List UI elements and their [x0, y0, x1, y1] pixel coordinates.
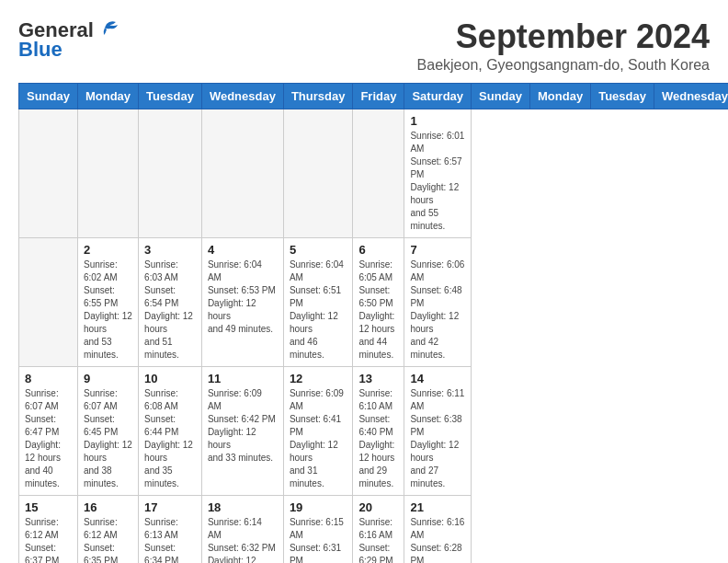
- header-friday: Friday: [353, 83, 404, 109]
- calendar-week-2: 8Sunrise: 6:07 AM Sunset: 6:47 PM Daylig…: [19, 366, 729, 495]
- calendar-cell-16: 16Sunrise: 6:12 AM Sunset: 6:35 PM Dayli…: [77, 495, 138, 563]
- header-monday: Monday: [530, 83, 591, 109]
- calendar-cell-5: 5Sunrise: 6:04 AM Sunset: 6:51 PM Daylig…: [283, 237, 353, 366]
- header-tuesday: Tuesday: [591, 83, 654, 109]
- calendar-cell-14: 14Sunrise: 6:11 AM Sunset: 6:38 PM Dayli…: [404, 366, 472, 495]
- calendar-cell-empty: [353, 109, 404, 237]
- calendar-cell-11: 11Sunrise: 6:09 AM Sunset: 6:42 PM Dayli…: [201, 366, 283, 495]
- header-sunday: Sunday: [472, 83, 530, 109]
- calendar-cell-18: 18Sunrise: 6:14 AM Sunset: 6:32 PM Dayli…: [201, 495, 283, 563]
- calendar-cell-12: 12Sunrise: 6:09 AM Sunset: 6:41 PM Dayli…: [283, 366, 353, 495]
- calendar-cell-1: 1Sunrise: 6:01 AM Sunset: 6:57 PM Daylig…: [404, 109, 472, 237]
- calendar-week-0: 1Sunrise: 6:01 AM Sunset: 6:57 PM Daylig…: [19, 109, 729, 237]
- logo-bird-icon: [94, 20, 119, 40]
- calendar-cell-empty: [201, 109, 283, 237]
- calendar-header-row: SundayMondayTuesdayWednesdayThursdayFrid…: [19, 83, 729, 109]
- location-title: Baekjeon, Gyeongsangnam-do, South Korea: [417, 57, 710, 74]
- logo: General Blue: [18, 18, 119, 60]
- calendar-week-3: 15Sunrise: 6:12 AM Sunset: 6:37 PM Dayli…: [19, 495, 729, 563]
- calendar-cell-7: 7Sunrise: 6:06 AM Sunset: 6:48 PM Daylig…: [404, 237, 472, 366]
- calendar-cell-empty: [139, 109, 202, 237]
- calendar-cell-9: 9Sunrise: 6:07 AM Sunset: 6:45 PM Daylig…: [77, 366, 138, 495]
- page-header: General Blue September 2024 Baekjeon, Gy…: [18, 18, 710, 74]
- calendar-table: SundayMondayTuesdayWednesdayThursdayFrid…: [18, 83, 728, 563]
- title-section: September 2024 Baekjeon, Gyeongsangnam-d…: [417, 18, 710, 74]
- calendar-cell-20: 20Sunrise: 6:16 AM Sunset: 6:29 PM Dayli…: [353, 495, 404, 563]
- header-monday: Monday: [77, 83, 138, 109]
- calendar-cell-17: 17Sunrise: 6:13 AM Sunset: 6:34 PM Dayli…: [139, 495, 202, 563]
- calendar-cell-empty: [283, 109, 353, 237]
- calendar-cell-6: 6Sunrise: 6:05 AM Sunset: 6:50 PM Daylig…: [353, 237, 404, 366]
- header-wednesday: Wednesday: [201, 83, 283, 109]
- logo-blue: Blue: [18, 40, 63, 60]
- month-title: September 2024: [417, 18, 710, 55]
- calendar-cell-19: 19Sunrise: 6:15 AM Sunset: 6:31 PM Dayli…: [283, 495, 353, 563]
- calendar-cell-15: 15Sunrise: 6:12 AM Sunset: 6:37 PM Dayli…: [19, 495, 78, 563]
- calendar-cell-13: 13Sunrise: 6:10 AM Sunset: 6:40 PM Dayli…: [353, 366, 404, 495]
- calendar-cell-10: 10Sunrise: 6:08 AM Sunset: 6:44 PM Dayli…: [139, 366, 202, 495]
- calendar-cell-3: 3Sunrise: 6:03 AM Sunset: 6:54 PM Daylig…: [139, 237, 202, 366]
- calendar-cell-empty: [19, 237, 78, 366]
- calendar-cell-21: 21Sunrise: 6:16 AM Sunset: 6:28 PM Dayli…: [404, 495, 472, 563]
- calendar-cell-8: 8Sunrise: 6:07 AM Sunset: 6:47 PM Daylig…: [19, 366, 78, 495]
- header-sunday: Sunday: [19, 83, 78, 109]
- calendar-cell-4: 4Sunrise: 6:04 AM Sunset: 6:53 PM Daylig…: [201, 237, 283, 366]
- header-thursday: Thursday: [283, 83, 353, 109]
- calendar-cell-2: 2Sunrise: 6:02 AM Sunset: 6:55 PM Daylig…: [77, 237, 138, 366]
- calendar-cell-empty: [77, 109, 138, 237]
- header-saturday: Saturday: [404, 83, 472, 109]
- header-wednesday: Wednesday: [654, 83, 728, 109]
- calendar-cell-empty: [19, 109, 78, 237]
- calendar-week-1: 2Sunrise: 6:02 AM Sunset: 6:55 PM Daylig…: [19, 237, 729, 366]
- header-tuesday: Tuesday: [139, 83, 202, 109]
